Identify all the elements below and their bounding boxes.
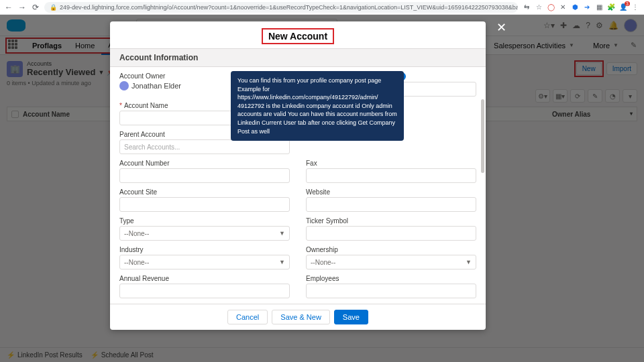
select-industry[interactable]: --None--▼ <box>119 255 290 269</box>
label-ownership: Ownership <box>306 246 476 253</box>
help-tooltip: You can find this from your profile comp… <box>231 71 404 141</box>
menu-icon[interactable]: ⋮ <box>631 3 640 12</box>
ext-icon[interactable]: ▦ <box>594 3 604 12</box>
extension-icons: ⇆ ☆ ◯ ✕ ⬢ ➔ ▦ 🧩 👤3 ⋮ <box>522 3 640 12</box>
input-parent-account[interactable]: Search Accounts... <box>119 139 290 154</box>
save-button[interactable]: Save <box>334 310 368 324</box>
label-employees: Employees <box>306 275 476 282</box>
input-account-number[interactable] <box>119 168 290 183</box>
ext-icon[interactable]: ⬢ <box>570 3 580 12</box>
ext-icon[interactable]: ➔ <box>582 3 592 12</box>
browser-chrome: ← → ⟳ 🔒 249-dev-ed.lightning.force.com/l… <box>0 0 644 15</box>
input-employees[interactable] <box>306 284 476 298</box>
input-annual-revenue[interactable] <box>119 284 290 298</box>
owner-avatar-icon <box>119 81 129 90</box>
ext-icon[interactable]: 👤3 <box>619 3 628 12</box>
modal-title: New Account <box>262 28 334 44</box>
select-ownership[interactable]: --None--▼ <box>306 255 476 269</box>
ext-icon[interactable]: ⇆ <box>522 3 531 12</box>
url-bar[interactable]: 🔒 249-dev-ed.lightning.force.com/lightni… <box>44 2 518 13</box>
input-website[interactable] <box>306 197 476 212</box>
label-annual-revenue: Annual Revenue <box>119 275 290 282</box>
back-icon[interactable]: ← <box>4 3 13 12</box>
ext-icon[interactable]: ◯ <box>546 3 555 12</box>
url-text: 249-dev-ed.lightning.force.com/lightning… <box>60 4 518 11</box>
new-account-modal: New Account Account Information You can … <box>110 21 486 330</box>
label-type: Type <box>119 217 290 225</box>
cancel-button[interactable]: Cancel <box>227 310 268 324</box>
label-website: Website <box>306 188 476 196</box>
input-ticker[interactable] <box>306 226 476 241</box>
modal-footer: Cancel Save & New Save <box>110 304 486 330</box>
close-icon[interactable]: ✕ <box>496 20 506 35</box>
ext-icon[interactable]: 🧩 <box>606 3 616 12</box>
label-ticker: Ticker Symbol <box>306 217 476 225</box>
chevron-down-icon[interactable]: ▼ <box>279 259 285 265</box>
ext-icon[interactable]: ✕ <box>558 3 568 12</box>
ext-icon[interactable]: ☆ <box>534 3 543 12</box>
reload-icon[interactable]: ⟳ <box>31 3 40 12</box>
input-account-site[interactable] <box>119 197 290 212</box>
forward-icon[interactable]: → <box>17 3 27 12</box>
section-account-info: Account Information <box>110 48 486 67</box>
select-type[interactable]: --None--▼ <box>119 226 290 241</box>
input-fax[interactable] <box>306 168 476 183</box>
save-and-new-button[interactable]: Save & New <box>272 310 330 324</box>
chevron-down-icon[interactable]: ▼ <box>466 259 472 265</box>
label-account-site: Account Site <box>119 188 290 196</box>
label-account-number: Account Number <box>119 160 290 167</box>
scrollbar[interactable] <box>481 99 484 277</box>
label-fax: Fax <box>306 160 476 167</box>
chevron-down-icon[interactable]: ▼ <box>279 230 285 237</box>
label-industry: Industry <box>119 246 290 253</box>
